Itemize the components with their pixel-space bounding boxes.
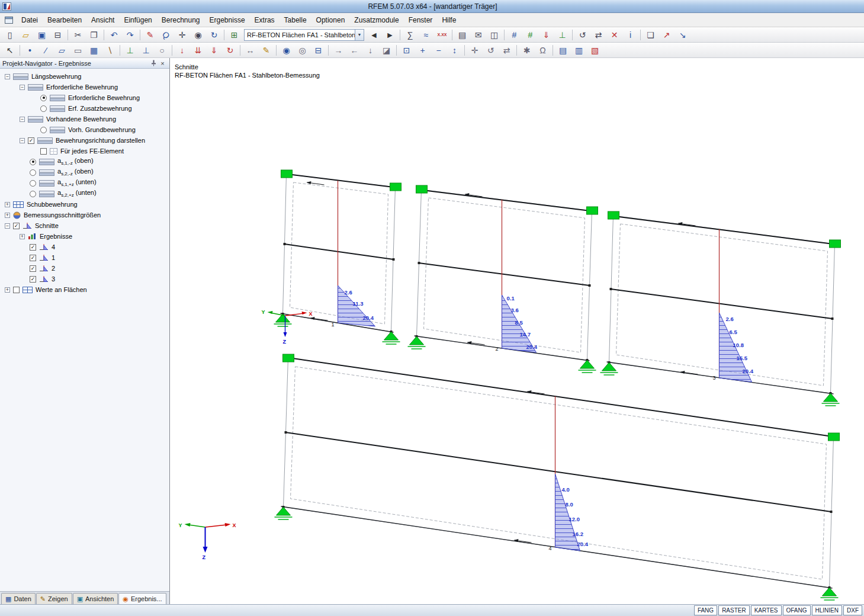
checkbox-für-jedes-fe-element[interactable] xyxy=(40,148,47,155)
zoom-window-button[interactable]: ⊡ xyxy=(399,44,414,57)
isometric-view-button[interactable]: ◪ xyxy=(379,44,394,57)
printout-report-button[interactable]: ▤ xyxy=(455,28,470,41)
tree-item-as-1-z[interactable]: as,1,-z (oben) xyxy=(0,156,169,167)
info-button[interactable]: i xyxy=(623,28,638,41)
new-solid-button[interactable]: ▦ xyxy=(86,44,101,57)
status-toggle-hlinien[interactable]: HLINIEN xyxy=(812,605,842,615)
tree-item-erf-zusatzbewehrung[interactable]: Erf. Zusatzbewehrung xyxy=(0,103,169,114)
menu-tabelle[interactable]: Tabelle xyxy=(280,14,311,27)
collapse-icon[interactable]: − xyxy=(20,138,25,143)
display-properties-button[interactable]: ✱ xyxy=(519,44,534,57)
save-project-button[interactable]: ▣ xyxy=(34,28,49,41)
dimension-button[interactable]: ↔ xyxy=(243,44,258,57)
units-button[interactable]: Ω xyxy=(535,44,550,57)
redo-button[interactable]: ↷ xyxy=(123,28,137,41)
combo-dropdown-arrow-icon[interactable]: ▼ xyxy=(355,30,364,40)
graphics-area[interactable]: Schnitte RF-BETON Flächen FA1 - Stahlbet… xyxy=(170,58,864,604)
status-toggle-fang[interactable]: FANG xyxy=(694,605,717,615)
show-results-button[interactable]: ≈ xyxy=(419,28,433,41)
tree-item-as-1-z[interactable]: as,1,+z (unten) xyxy=(0,178,169,188)
snapshot-button[interactable]: ◉ xyxy=(191,28,205,41)
tree-item-werte-an-flächen[interactable]: +Werte an Flächen xyxy=(0,284,169,295)
tree-item-as-2-z[interactable]: as,2,+z (unten) xyxy=(0,188,169,199)
title-bar[interactable]: RFEM 5.07.03 x64 - [wandartiger Träger] xyxy=(0,0,864,13)
undo-button[interactable]: ↶ xyxy=(107,28,121,41)
nav-tab-daten[interactable]: ▦Daten xyxy=(1,593,36,604)
fe-mesh-refine-button[interactable]: # xyxy=(523,28,538,41)
nav-tab-ansichten[interactable]: ▣Ansichten xyxy=(73,593,118,604)
menu-zusatzmodule[interactable]: Zusatzmodule xyxy=(349,14,403,27)
radio-as-2-z[interactable] xyxy=(30,191,36,197)
menu-einfügen[interactable]: Einfügen xyxy=(119,14,156,27)
tree-item-bemessungsschnittgrößen[interactable]: +Bemessungsschnittgrößen xyxy=(0,210,169,220)
status-toggle-raster[interactable]: RASTER xyxy=(718,605,750,615)
zoom-all-button[interactable]: ↕ xyxy=(447,44,462,57)
next-load-case-button[interactable]: ► xyxy=(383,28,397,41)
view-in-z-button[interactable]: ↓ xyxy=(363,44,378,57)
visibility-modes-button[interactable]: ◎ xyxy=(295,44,310,57)
radio-as-1-z[interactable] xyxy=(30,159,36,165)
panel-button[interactable]: ▥ xyxy=(571,44,586,57)
result-values-button[interactable]: X.XX xyxy=(435,28,449,41)
edit-mode-button[interactable]: ✎ xyxy=(143,28,158,41)
collapse-icon[interactable]: − xyxy=(20,117,25,122)
visibility-button[interactable]: ◉ xyxy=(279,44,294,57)
radio-erf-zusatzbewehrung[interactable] xyxy=(40,105,47,112)
radio-erforderliche-bewehrung[interactable] xyxy=(40,95,47,101)
rotate-3d-button[interactable]: ↺ xyxy=(575,28,590,41)
module-selector-combo[interactable]: RF-BETON Flächen FA1 - Stahlbeton-B▼ xyxy=(244,29,364,41)
previous-load-case-button[interactable]: ◄ xyxy=(367,28,381,41)
checkbox-1[interactable]: ✓ xyxy=(30,255,36,261)
mirror-copy-button[interactable]: ⇄ xyxy=(499,44,514,57)
new-project-button[interactable]: ▯ xyxy=(2,28,17,41)
child-window-icon[interactable] xyxy=(5,17,13,24)
radio-as-2-z[interactable] xyxy=(30,169,36,176)
expand-icon[interactable]: + xyxy=(20,234,25,239)
tree-item-1[interactable]: ✓1 xyxy=(0,252,169,263)
menu-hilfe[interactable]: Hilfe xyxy=(437,14,461,27)
tree-item-für-jedes-fe-element[interactable]: Für jedes FE-Element xyxy=(0,146,169,156)
nodal-support-button[interactable]: ⊥ xyxy=(123,44,137,57)
menu-extras[interactable]: Extras xyxy=(250,14,280,27)
module-button[interactable]: ⊞ xyxy=(227,28,242,41)
tree-item-schubbewehrung[interactable]: +Schubbewehrung xyxy=(0,199,169,210)
new-surface-button[interactable]: ▱ xyxy=(54,44,69,57)
tree-item-as-2-z[interactable]: as,2,-z (oben) xyxy=(0,167,169,178)
annotation-button[interactable]: ✎ xyxy=(259,44,274,57)
line-support-button[interactable]: ⊥ xyxy=(139,44,153,57)
new-member-button[interactable]: ∖ xyxy=(102,44,117,57)
menu-fenster[interactable]: Fenster xyxy=(404,14,438,27)
radio-as-1-z[interactable] xyxy=(30,180,36,187)
moment-load-button[interactable]: ↻ xyxy=(223,44,237,57)
color-scale-button[interactable]: ▧ xyxy=(587,44,602,57)
nav-tab-zeigen[interactable]: ✎Zeigen xyxy=(36,593,72,604)
expand-icon[interactable]: + xyxy=(5,202,10,207)
radio-vorh-grundbewehrung[interactable] xyxy=(40,127,47,133)
checkbox-schnitte[interactable]: ✓ xyxy=(13,223,20,229)
tree-item-erforderliche-bewehrung[interactable]: Erforderliche Bewehrung xyxy=(0,92,169,103)
section-1[interactable]: 2.6 11.3 20.4 1 xyxy=(307,181,375,328)
collapse-icon[interactable]: − xyxy=(20,85,25,90)
collapse-icon[interactable]: − xyxy=(5,74,10,79)
expand-icon[interactable]: + xyxy=(5,287,10,293)
record-movie-button[interactable]: ◫ xyxy=(487,28,502,41)
print-graphic-button[interactable]: ⊟ xyxy=(50,28,65,41)
move-copy-button[interactable]: ✛ xyxy=(467,44,482,57)
checkbox-werte-an-flächen[interactable] xyxy=(13,287,20,293)
wall-panel-4[interactable] xyxy=(281,357,837,589)
status-toggle-ofang[interactable]: OFANG xyxy=(783,605,811,615)
calculation-button[interactable]: ∑ xyxy=(403,28,417,41)
checkbox-bewehrungsrichtung-darstellen[interactable]: ✓ xyxy=(28,137,34,144)
zoom-out-button[interactable]: − xyxy=(431,44,446,57)
select-button[interactable]: ↖ xyxy=(2,44,17,57)
new-node-button[interactable]: • xyxy=(23,44,37,57)
status-toggle-kartes[interactable]: KARTES xyxy=(751,605,782,615)
tree-item-erforderliche-bewehrung[interactable]: −Erforderliche Bewehrung xyxy=(0,82,169,92)
tree-item-vorhandene-bewehrung[interactable]: −Vorhandene Bewehrung xyxy=(0,114,169,124)
hinge-button[interactable]: ○ xyxy=(155,44,169,57)
tree-item-2[interactable]: ✓2 xyxy=(0,263,169,274)
status-toggle-dxf[interactable]: DXF xyxy=(843,605,862,615)
export-view-button[interactable]: ↗ xyxy=(659,28,674,41)
nav-tab-ergebnis[interactable]: ◉Ergebnis... xyxy=(118,593,166,604)
cut-button[interactable]: ✂ xyxy=(70,28,85,41)
